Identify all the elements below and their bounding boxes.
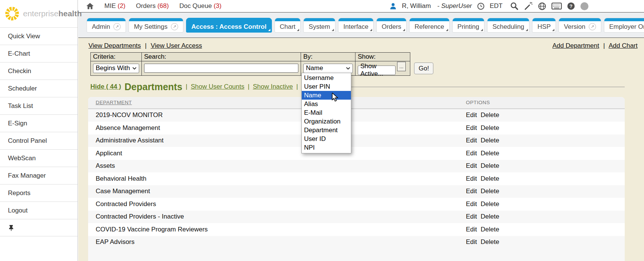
delete-link[interactable]: Delete <box>481 175 499 182</box>
sidebar-item[interactable]: Reports <box>0 184 78 202</box>
table-row: Contracted Providers Edit Delete <box>88 198 625 211</box>
hide-count-link[interactable]: Hide ( 44 ) <box>90 83 121 91</box>
globe-icon[interactable] <box>538 2 546 11</box>
tab[interactable]: Employer Organ <box>604 18 644 33</box>
topbar-link[interactable]: MIE (2) <box>104 2 127 9</box>
dropdown-option[interactable]: E-Mail <box>302 108 351 117</box>
edit-link[interactable]: Edit <box>466 175 477 182</box>
edit-link[interactable]: Edit <box>466 111 477 119</box>
sidebar-item-label: Control Panel <box>8 137 47 145</box>
topbar-link-count: (68) <box>157 2 169 9</box>
sidebar-item[interactable]: Fax Manager <box>0 167 78 184</box>
delete-link[interactable]: Delete <box>481 188 499 195</box>
row-options: Edit Delete <box>466 162 625 170</box>
separator: | <box>603 42 605 49</box>
tab[interactable]: Version ↗ <box>559 18 601 33</box>
sidebar-item[interactable]: Scheduler <box>0 80 78 97</box>
topbar-link[interactable]: Orders (68) <box>136 2 171 9</box>
delete-link[interactable]: Delete <box>481 150 499 157</box>
tab[interactable]: My Settings ↗ <box>129 18 183 33</box>
delete-link[interactable]: Delete <box>481 162 499 169</box>
topbar-link[interactable]: Doc Queue (3) <box>179 2 222 9</box>
help-icon[interactable]: ? <box>567 2 575 10</box>
table-row: Contracted Providers - Inactive Edit Del… <box>88 211 625 223</box>
tab[interactable]: Orders <box>376 18 407 33</box>
show-select[interactable]: Show Active... <box>358 66 396 75</box>
sidebar-pin-button[interactable] <box>0 219 78 236</box>
tab[interactable]: HSP <box>532 18 556 33</box>
tab[interactable]: Printing <box>452 18 485 33</box>
delete-link[interactable]: Delete <box>481 124 499 131</box>
tab[interactable]: Admin ↗ <box>87 18 126 33</box>
sidebar-item[interactable]: E-Chart <box>0 45 78 62</box>
view-departments-link[interactable]: View Departments <box>88 42 141 49</box>
edit-link[interactable]: Edit <box>466 213 477 220</box>
dropdown-option[interactable]: User ID <box>302 134 351 143</box>
tab[interactable]: Chart <box>275 18 301 33</box>
dropdown-option[interactable]: Username <box>302 73 351 82</box>
tab[interactable]: Reference <box>409 18 449 33</box>
tab[interactable]: Interface <box>338 18 374 33</box>
dropdown-option[interactable]: Department <box>302 126 351 134</box>
search-input[interactable] <box>144 64 298 73</box>
criteria-select[interactable]: Begins With <box>93 64 139 73</box>
delete-link[interactable]: Delete <box>481 200 499 208</box>
dropdown-option[interactable]: User PIN <box>302 82 351 91</box>
dropdown-option[interactable]: NPI <box>302 143 351 152</box>
sidebar-item-label: Task List <box>8 102 33 110</box>
user-name[interactable]: R, William <box>402 2 431 10</box>
delete-link[interactable]: Delete <box>481 238 499 245</box>
edit-link[interactable]: Edit <box>466 150 477 157</box>
show-more-button[interactable]: ... <box>397 62 406 71</box>
by-select[interactable]: Name <box>303 64 353 73</box>
add-chart-link[interactable]: Add Chart <box>608 42 638 49</box>
dropdown-option[interactable]: Alias <box>302 100 351 108</box>
avatar-placeholder[interactable] <box>580 2 589 11</box>
tab[interactable]: System <box>303 18 335 33</box>
delete-link[interactable]: Delete <box>481 111 499 119</box>
sidebar-item[interactable]: Checkin <box>0 62 78 80</box>
pushpin-icon <box>8 224 14 231</box>
show-inactive-link[interactable]: Show Inactive <box>253 83 293 91</box>
add-department-link[interactable]: Add Department <box>552 42 599 49</box>
sidebar-item[interactable]: WebScan <box>0 149 78 167</box>
edit-link[interactable]: Edit <box>466 137 477 144</box>
edit-link[interactable]: Edit <box>466 238 477 245</box>
sidebar-item[interactable]: Task List <box>0 97 78 114</box>
content-top-links: View Departments | View User Access Add … <box>78 42 644 50</box>
show-user-counts-link[interactable]: Show User Counts <box>191 83 245 91</box>
external-link-icon[interactable]: ↗ <box>589 23 596 30</box>
view-user-access-link[interactable]: View User Access <box>151 42 202 49</box>
edit-link[interactable]: Edit <box>466 200 477 208</box>
delete-link[interactable]: Delete <box>481 226 499 233</box>
criteria-select-value: Begins With <box>96 64 130 72</box>
search-icon[interactable] <box>510 2 519 11</box>
tab[interactable]: Access : Access Control <box>186 18 272 33</box>
clock-icon[interactable] <box>477 2 485 10</box>
tab-cap <box>338 18 373 21</box>
external-link-icon[interactable]: ↗ <box>171 23 178 30</box>
department-column-header[interactable]: DEPARTMENT <box>96 100 132 105</box>
sidebar-item[interactable]: E-Sign <box>0 114 78 132</box>
magic-wand-icon[interactable] <box>524 2 533 11</box>
edit-link[interactable]: Edit <box>466 226 477 233</box>
section-title: Departments <box>124 81 182 92</box>
delete-link[interactable]: Delete <box>481 137 499 144</box>
sidebar-item[interactable]: Logout <box>0 202 78 219</box>
topbar-link-label: Orders <box>136 2 155 9</box>
delete-link[interactable]: Delete <box>481 213 499 220</box>
dropdown-option[interactable]: Organization <box>302 117 351 126</box>
sidebar-item[interactable]: Control Panel <box>0 132 78 149</box>
edit-link[interactable]: Edit <box>466 124 477 131</box>
go-button[interactable]: Go! <box>414 63 433 74</box>
home-icon[interactable] <box>86 2 94 10</box>
dropdown-option[interactable]: Name <box>302 91 351 100</box>
sidebar-item[interactable]: Quick View <box>0 27 78 45</box>
external-link-icon[interactable]: ↗ <box>113 23 121 30</box>
edit-link[interactable]: Edit <box>466 188 477 195</box>
tab[interactable]: Scheduling <box>487 18 529 33</box>
table-row: 2019-NCOV MONITOR Edit Delete <box>88 109 625 122</box>
brand-logo: enterprisehealth <box>0 0 78 27</box>
keyboard-icon[interactable] <box>551 2 562 10</box>
edit-link[interactable]: Edit <box>466 162 477 169</box>
